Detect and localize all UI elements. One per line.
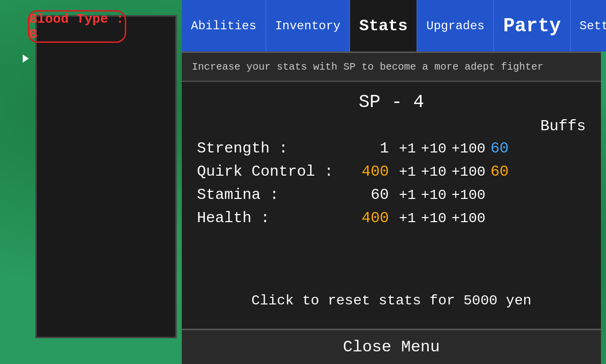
tab-party[interactable]: Party [494, 0, 570, 51]
stat-value-health: 400 [338, 210, 389, 227]
stat-value-quirk-control: 400 [338, 163, 389, 180]
stat-btn-quirk-1[interactable]: +1 [399, 164, 416, 180]
stat-btn-stamina-100[interactable]: +100 [451, 187, 485, 203]
stat-buttons-quirk-control: +1 +10 +100 [399, 164, 485, 180]
stat-btn-stamina-10[interactable]: +10 [421, 187, 446, 203]
left-panel [35, 15, 177, 338]
right-panel: Abilities Inventory Stats Upgrades Party… [182, 0, 601, 364]
buffs-header: Buffs [197, 118, 586, 135]
stat-value-stamina: 60 [338, 186, 389, 203]
stat-row-health: Health : 400 +1 +10 +100 [197, 210, 586, 227]
stat-btn-health-1[interactable]: +1 [399, 211, 416, 226]
stat-name-quirk-control: Quirk Control : [197, 163, 338, 180]
stat-btn-strength-100[interactable]: +100 [451, 141, 485, 157]
stat-name-health: Health : [197, 210, 338, 227]
stat-buttons-strength: +1 +10 +100 [399, 141, 485, 157]
stat-buttons-stamina: +1 +10 +100 [399, 187, 485, 203]
tab-settings[interactable]: Settings [571, 0, 606, 51]
stat-row-strength: Strength : 1 +1 +10 +100 60 [197, 140, 586, 157]
stat-btn-strength-10[interactable]: +10 [421, 141, 446, 157]
stats-panel: SP - 4 Buffs Strength : 1 +1 +10 +100 60… [182, 82, 601, 329]
stat-btn-health-100[interactable]: +100 [451, 211, 485, 226]
stat-row-quirk-control: Quirk Control : 400 +1 +10 +100 60 [197, 163, 586, 180]
blood-type-label: Blood Type : B [29, 12, 125, 42]
stat-buff-strength: 60 [490, 140, 509, 157]
stat-buttons-health: +1 +10 +100 [399, 211, 485, 226]
stat-name-strength: Strength : [197, 140, 338, 157]
stat-name-stamina: Stamina : [197, 186, 338, 203]
reset-button[interactable]: Click to reset stats for 5000 yen [197, 283, 586, 319]
sp-display: SP - 4 [197, 92, 586, 113]
stat-value-strength: 1 [338, 140, 389, 157]
cursor-indicator [23, 55, 29, 63]
stat-btn-stamina-1[interactable]: +1 [399, 187, 416, 203]
stat-buff-quirk-control: 60 [490, 163, 509, 180]
tab-inventory[interactable]: Inventory [266, 0, 350, 51]
stat-row-stamina: Stamina : 60 +1 +10 +100 [197, 186, 586, 203]
close-menu-button[interactable]: Close Menu [182, 329, 601, 364]
subtitle-bar: Increase your stats with SP to become a … [182, 53, 601, 82]
stat-btn-health-10[interactable]: +10 [421, 211, 446, 226]
tab-bar: Abilities Inventory Stats Upgrades Party… [182, 0, 601, 53]
blood-type-badge: Blood Type : B [28, 10, 126, 43]
tab-upgrades[interactable]: Upgrades [417, 0, 494, 51]
stat-btn-quirk-100[interactable]: +100 [451, 164, 485, 180]
stat-btn-strength-1[interactable]: +1 [399, 141, 416, 157]
stat-btn-quirk-10[interactable]: +10 [421, 164, 446, 180]
tab-abilities[interactable]: Abilities [182, 0, 266, 51]
tab-stats[interactable]: Stats [350, 0, 417, 51]
